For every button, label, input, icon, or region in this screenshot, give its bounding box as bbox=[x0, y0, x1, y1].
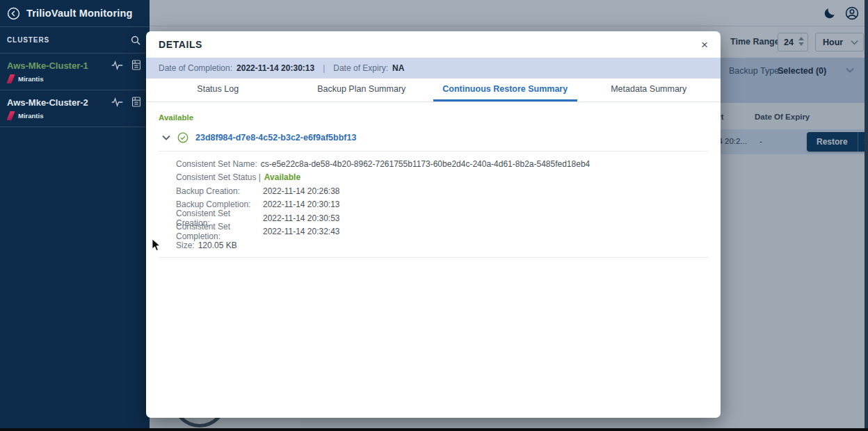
tab-status-log[interactable]: Status Log bbox=[146, 79, 290, 101]
window-bottom-edge bbox=[0, 428, 868, 431]
completion-label: Date of Completion: bbox=[159, 63, 232, 73]
consistent-set-creation-value: 2022-11-14 20:30:53 bbox=[263, 213, 340, 223]
restore-item-row[interactable]: 23d8f984-d7e8-4c52-b3c2-e6f9af5bbf13 bbox=[159, 132, 708, 143]
restore-item-details: Consistent Set Name: cs-e5e22c8a-de58-4b… bbox=[159, 157, 708, 252]
mirantis-logo bbox=[6, 111, 15, 120]
mouse-cursor bbox=[152, 238, 161, 252]
consistent-set-status-value: Available bbox=[264, 172, 300, 182]
backup-creation-value: 2022-11-14 20:26:38 bbox=[263, 186, 340, 196]
group-status-label: Available bbox=[159, 113, 708, 122]
close-icon[interactable]: × bbox=[701, 39, 708, 51]
tab-metadata-summary[interactable]: Metadata Summary bbox=[577, 79, 721, 101]
consistent-set-name-value: cs-e5e22c8a-de58-4b20-8962-7261755b1173-… bbox=[261, 159, 590, 169]
modal-header: DETAILS × bbox=[146, 31, 721, 58]
report-document-icon[interactable] bbox=[131, 60, 141, 70]
report-document-icon[interactable] bbox=[131, 97, 141, 107]
app-window: Time Range : 24 Hour Backup Type : Selec… bbox=[0, 0, 868, 431]
app-title: TrilioVault Monitoring bbox=[26, 8, 133, 19]
divider bbox=[159, 257, 708, 258]
tab-backup-plan-summary[interactable]: Backup Plan Summary bbox=[290, 79, 434, 101]
tab-continuous-restore-summary[interactable]: Continuous Restore Summary bbox=[433, 79, 577, 101]
size-label: Size: bbox=[176, 241, 195, 250]
check-circle-icon bbox=[177, 132, 188, 143]
size-value: 120.05 KB bbox=[198, 241, 237, 250]
sidebar-item-cluster-1[interactable]: Aws-Mke-Cluster-1 Mirantis bbox=[0, 54, 150, 90]
modal-title: DETAILS bbox=[159, 39, 202, 50]
back-arrow-icon[interactable] bbox=[7, 7, 20, 20]
consistent-set-completion-label: Consistent Set Completion: bbox=[176, 222, 263, 241]
consistent-set-status-label: Consistent Set Status | bbox=[176, 172, 261, 182]
consistent-set-completion-value: 2022-11-14 20:32:43 bbox=[263, 227, 340, 236]
cluster-vendor: Mirantis bbox=[18, 75, 43, 83]
clusters-section-header: CLUSTERS bbox=[0, 27, 150, 53]
modal-body: Available 23d8f984-d7e8-4c52-b3c2-e6f9af… bbox=[146, 113, 721, 258]
consistent-set-name-label: Consistent Set Name: bbox=[176, 159, 257, 169]
clusters-sidebar: TrilioVault Monitoring CLUSTERS Aws-Mke-… bbox=[0, 0, 150, 428]
completion-value: 2022-11-14 20:30:13 bbox=[236, 63, 314, 73]
modal-tabs: Status Log Backup Plan Summary Continuou… bbox=[146, 79, 721, 102]
backup-creation-label: Backup Creation: bbox=[176, 186, 263, 196]
activity-pulse-icon[interactable] bbox=[111, 60, 123, 70]
divider: | bbox=[323, 63, 325, 73]
clusters-label: CLUSTERS bbox=[7, 36, 49, 44]
search-icon[interactable] bbox=[130, 35, 141, 46]
expiry-label: Date of Expiry: bbox=[333, 63, 388, 73]
divider bbox=[159, 151, 708, 152]
chevron-down-icon[interactable] bbox=[162, 135, 170, 140]
activity-pulse-icon[interactable] bbox=[111, 97, 123, 107]
backup-completion-value: 2022-11-14 20:30:13 bbox=[263, 200, 340, 209]
mirantis-logo bbox=[6, 74, 15, 83]
sidebar-header: TrilioVault Monitoring bbox=[0, 0, 150, 26]
cluster-vendor: Mirantis bbox=[18, 112, 43, 120]
expiry-value: NA bbox=[392, 63, 404, 73]
window-scrollbar[interactable] bbox=[865, 0, 868, 431]
sidebar-item-cluster-2[interactable]: Aws-Mke-Cluster-2 Mirantis bbox=[0, 90, 150, 127]
details-modal: DETAILS × Date of Completion: 2022-11-14… bbox=[146, 31, 721, 418]
restore-item-id[interactable]: 23d8f984-d7e8-4c52-b3c2-e6f9af5bbf13 bbox=[195, 133, 356, 143]
modal-info-bar: Date of Completion: 2022-11-14 20:30:13 … bbox=[146, 58, 721, 79]
